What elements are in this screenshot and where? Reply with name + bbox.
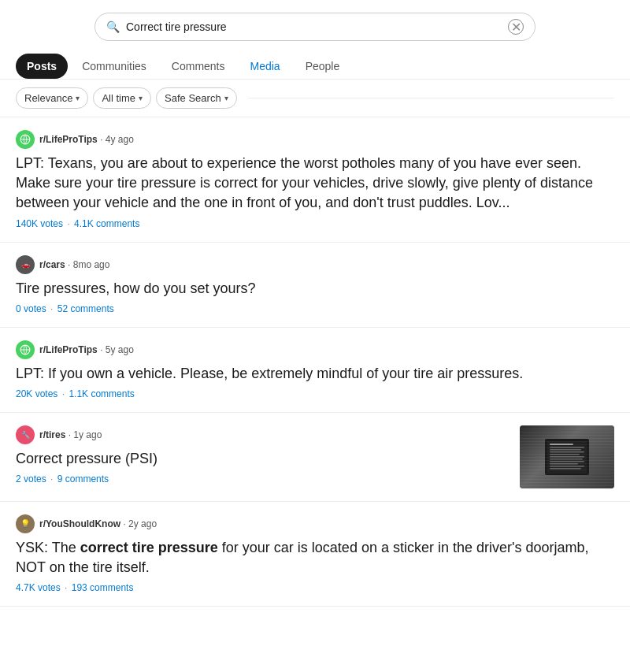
result-meta: 💡 r/YouShouldKnow · 2y ago [16, 514, 614, 533]
tabs-bar: Posts Communities Comments Media People [0, 50, 630, 80]
svg-rect-11 [550, 456, 584, 458]
svg-rect-13 [550, 461, 584, 462]
result-item[interactable]: 🚗 r/cars · 8mo ago Tire pressures, how d… [0, 243, 630, 328]
result-meta: r/LifeProTips · 4y ago [16, 130, 614, 149]
result-meta: 🚗 r/cars · 8mo ago [16, 255, 614, 274]
relevance-arrow: ▾ [76, 94, 80, 102]
tab-comments[interactable]: Comments [161, 54, 236, 79]
meta-text: r/YouShouldKnow · 2y ago [39, 518, 157, 529]
search-icon: 🔍 [106, 20, 120, 33]
alltime-filter[interactable]: All time ▾ [93, 87, 151, 109]
subreddit-icon: 💡 [16, 514, 35, 533]
meta-text: r/LifeProTips · 4y ago [39, 134, 134, 145]
subreddit-icon [16, 130, 35, 149]
post-stats: 20K votes · 1.1K comments [16, 388, 614, 399]
tab-media[interactable]: Media [239, 54, 291, 79]
relevance-label: Relevance [24, 92, 72, 104]
result-item[interactable]: r/LifeProTips · 5y ago LPT: If you own a… [0, 328, 630, 413]
result-meta: r/LifeProTips · 5y ago [16, 340, 614, 359]
svg-rect-16 [550, 468, 581, 470]
safesearch-arrow: ▾ [224, 94, 228, 102]
svg-rect-15 [550, 466, 584, 467]
post-stats: 4.7K votes · 193 comments [16, 582, 614, 593]
post-title: LPT: Texans, you are about to experience… [16, 154, 614, 213]
result-item[interactable]: r/LifeProTips · 4y ago LPT: Texans, you … [0, 117, 630, 243]
svg-rect-7 [550, 447, 584, 448]
subreddit-icon: 🔧 [16, 425, 35, 444]
tab-people[interactable]: People [295, 54, 351, 79]
post-title: Correct pressure (PSI) [16, 449, 507, 469]
meta-text: r/cars · 8mo ago [39, 259, 109, 270]
result-item[interactable]: 💡 r/YouShouldKnow · 2y ago YSK: The corr… [0, 502, 630, 607]
meta-text: r/tires · 1y ago [39, 429, 102, 440]
search-bar: 🔍 ✕ [94, 13, 536, 41]
result-meta: 🔧 r/tires · 1y ago [16, 425, 507, 444]
post-title: YSK: The correct tire pressure for your … [16, 538, 614, 577]
tab-communities[interactable]: Communities [71, 54, 158, 79]
post-stats: 0 votes · 52 comments [16, 303, 614, 314]
svg-rect-10 [550, 454, 580, 455]
post-stats: 2 votes · 9 comments [16, 473, 507, 485]
post-stats: 140K votes · 4.1K comments [16, 218, 614, 229]
result-thumbnail [520, 425, 614, 488]
svg-rect-6 [550, 444, 573, 445]
safesearch-filter[interactable]: Safe Search ▾ [156, 87, 237, 109]
safesearch-label: Safe Search [165, 92, 221, 104]
svg-rect-8 [550, 449, 581, 451]
subreddit-icon [16, 340, 35, 359]
filter-divider [248, 98, 614, 98]
tab-posts[interactable]: Posts [16, 54, 68, 79]
filters-bar: Relevance ▾ All time ▾ Safe Search ▾ [0, 80, 630, 117]
svg-rect-12 [550, 459, 583, 460]
results-list: r/LifeProTips · 4y ago LPT: Texans, you … [0, 117, 630, 607]
result-content: 🔧 r/tires · 1y ago Correct pressure (PSI… [16, 425, 507, 485]
svg-rect-14 [550, 463, 578, 465]
svg-rect-4 [545, 439, 589, 475]
svg-rect-9 [550, 451, 584, 453]
post-title: LPT: If you own a vehicle. Please, be ex… [16, 364, 614, 384]
search-bar-container: 🔍 ✕ [0, 0, 630, 50]
alltime-arrow: ▾ [139, 94, 143, 102]
search-input[interactable] [126, 20, 508, 33]
result-item[interactable]: 🔧 r/tires · 1y ago Correct pressure (PSI… [0, 413, 630, 502]
svg-rect-5 [547, 441, 587, 473]
post-title: Tire pressures, how do you set yours? [16, 279, 614, 299]
relevance-filter[interactable]: Relevance ▾ [16, 87, 88, 109]
alltime-label: All time [102, 92, 135, 104]
result-with-thumb: 🔧 r/tires · 1y ago Correct pressure (PSI… [16, 425, 614, 488]
subreddit-icon: 🚗 [16, 255, 35, 274]
meta-text: r/LifeProTips · 5y ago [39, 344, 134, 355]
clear-icon[interactable]: ✕ [508, 19, 524, 35]
